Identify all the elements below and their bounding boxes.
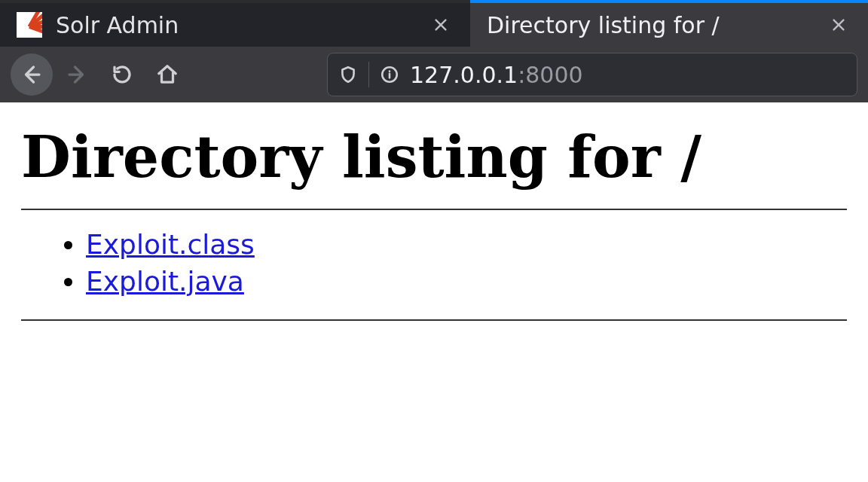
file-link[interactable]: Exploit.class bbox=[86, 229, 255, 260]
tab-bar: Solr Admin Directory listing for / bbox=[0, 0, 868, 47]
browser-chrome: Solr Admin Directory listing for / bbox=[0, 0, 868, 102]
list-item: Exploit.java bbox=[86, 264, 847, 300]
tab-title: Directory listing for / bbox=[487, 12, 817, 38]
reload-button[interactable] bbox=[101, 53, 143, 96]
close-tab-button[interactable] bbox=[432, 17, 449, 33]
url-text: 127.0.0.1:8000 bbox=[410, 62, 583, 88]
nav-toolbar: 127.0.0.1:8000 bbox=[0, 47, 868, 102]
separator bbox=[368, 62, 369, 87]
tab-directory-listing[interactable]: Directory listing for / bbox=[470, 0, 868, 47]
file-link[interactable]: Exploit.java bbox=[86, 266, 244, 297]
solr-favicon bbox=[17, 12, 42, 38]
home-button[interactable] bbox=[146, 53, 188, 96]
page-heading: Directory listing for / bbox=[21, 124, 847, 191]
url-host: 127.0.0.1 bbox=[410, 62, 518, 88]
back-button[interactable] bbox=[11, 53, 53, 96]
close-tab-button[interactable] bbox=[830, 17, 847, 33]
hr-top bbox=[21, 209, 847, 210]
tab-title: Solr Admin bbox=[56, 12, 419, 38]
page-content: Directory listing for / Exploit.class Ex… bbox=[0, 124, 868, 321]
info-icon[interactable] bbox=[380, 65, 399, 84]
list-item: Exploit.class bbox=[86, 227, 847, 264]
file-list: Exploit.class Exploit.java bbox=[21, 227, 847, 300]
url-port: :8000 bbox=[518, 62, 582, 88]
tracking-shield-icon[interactable] bbox=[338, 65, 358, 84]
tab-solr-admin[interactable]: Solr Admin bbox=[0, 3, 470, 47]
hr-bottom bbox=[21, 319, 847, 321]
address-bar[interactable]: 127.0.0.1:8000 bbox=[327, 53, 857, 96]
forward-button[interactable] bbox=[56, 53, 98, 96]
